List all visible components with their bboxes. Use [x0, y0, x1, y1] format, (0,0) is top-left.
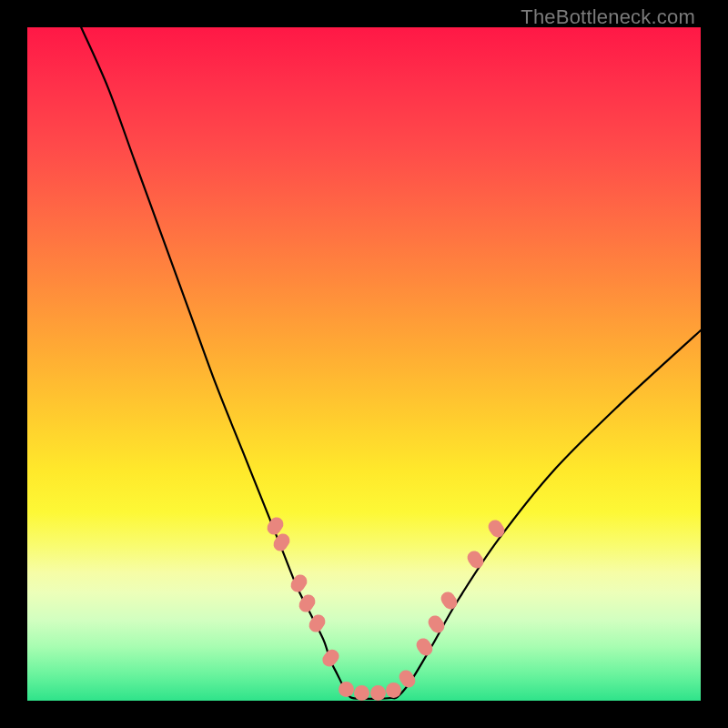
watermark-text: TheBottleneck.com [521, 5, 695, 29]
plot-area [27, 27, 701, 701]
curve-marker [354, 685, 369, 701]
bottleneck-curve [81, 27, 701, 699]
curve-marker [386, 682, 401, 698]
curve-marker [339, 682, 354, 697]
curve-marker [370, 685, 386, 701]
curve-layer [27, 27, 701, 701]
